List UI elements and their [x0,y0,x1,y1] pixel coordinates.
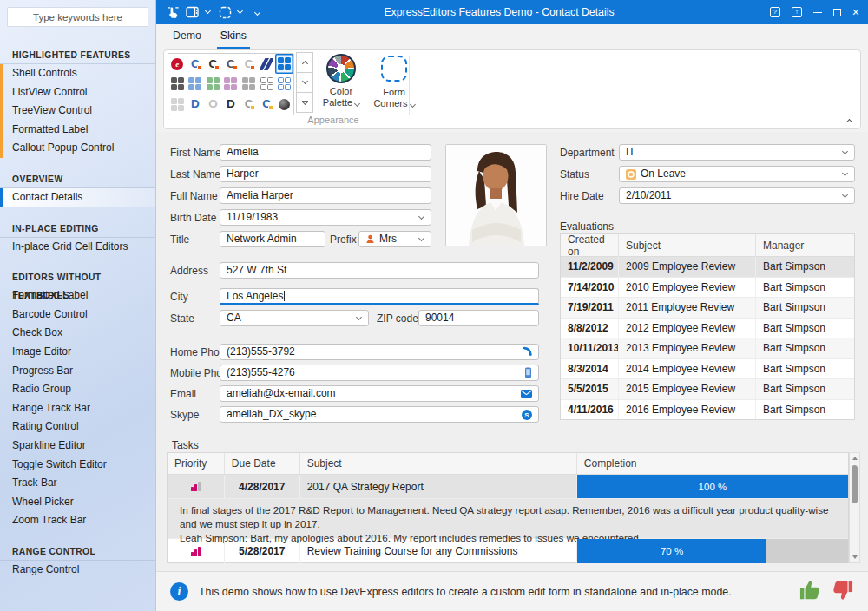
task-row[interactable]: 4/28/20172017 QA Strategy Report100 % [168,475,848,499]
gallery-scroll-up-icon[interactable] [296,52,313,73]
sidebar-item-contact-details[interactable]: Contact Details [0,188,155,207]
skin-2013-blue-icon[interactable]: D [187,95,205,115]
sidebar-item-sparkline-editor[interactable]: Sparkline Editor [0,437,155,456]
birth-date-combo[interactable]: 11/19/1983 [220,209,431,226]
address-field[interactable]: 527 W 7th St [220,262,539,279]
form-borders-dropdown-icon[interactable] [237,8,243,14]
skin-blue-icon[interactable] [187,74,205,94]
form-borders-icon[interactable] [219,6,232,19]
ribbon-panel: eCCCCDODCC Color Palette Form Corners Ap… [163,49,861,129]
zip-field[interactable]: 90014 [418,310,539,326]
sidebar-item-in-place-grid-cell-editors[interactable]: In-place Grid Cell Editors [0,238,155,257]
department-combo[interactable]: IT [619,144,855,161]
gallery-expand-icon[interactable] [296,92,313,113]
skin-office-blue-icon[interactable]: C [187,54,205,74]
skin-green-icon[interactable] [204,74,222,94]
scroll-up-icon[interactable] [850,453,859,463]
task-row[interactable]: 5/28/2017Review Training Course for any … [168,539,848,563]
skype-field[interactable]: ameliah_DX_skype S [220,406,539,423]
city-field[interactable]: Los Angeles [220,288,539,305]
gallery-scroll-down-icon[interactable] [296,72,313,93]
sidebar-item-wheel-picker[interactable]: Wheel Picker [0,493,155,512]
sidebar-item-check-box[interactable]: Check Box [0,324,155,343]
scrollbar-thumb[interactable] [852,465,858,503]
skin-office-dark-icon[interactable]: C [222,54,240,74]
full-name-field[interactable]: Amelia Harper [220,187,431,204]
sidebar-section-heading: IN-PLACE EDITING [0,220,155,238]
title-field[interactable]: Network Admin [220,231,326,247]
skin-metro-gray-icon[interactable]: C [240,95,258,115]
color-palette-button[interactable]: Color Palette [317,54,365,108]
sidebar-item-progress-bar[interactable]: Progress Bar [0,362,155,381]
ribbon-collapse-icon[interactable] [846,119,852,125]
screen-layout-icon[interactable] [186,6,200,18]
task-note: In final stages of the 2017 R&D Report t… [168,499,848,539]
skin-office-light-icon[interactable]: C [240,54,258,74]
touch-mode-icon[interactable] [167,6,180,19]
help-icon[interactable]: ? [770,7,780,17]
skin-2013-black-icon[interactable]: D [222,95,240,115]
sidebar-item-rating-control[interactable]: Rating Control [0,417,155,437]
sidebar-item-listview-control[interactable]: ListView Control [0,83,155,102]
sidebar-item-toggle-switch-editor[interactable]: Toggle Switch Editor [0,456,155,475]
tab-demo[interactable]: Demo [169,24,205,49]
first-name-field[interactable]: Amelia [220,144,431,161]
skin-pink-icon[interactable] [222,74,240,94]
skin-sharp-icon[interactable] [168,74,187,94]
form-corners-button[interactable]: Form Corners [369,54,419,109]
thumb-up-icon[interactable] [797,578,823,605]
skin-the-bezier-icon[interactable] [275,54,293,74]
evaluation-row[interactable]: 4/11/20162016 Employee ReviewBart Simpso… [561,400,854,420]
email-field[interactable]: ameliah@dx-email.com [220,385,539,402]
evaluation-row[interactable]: 10/11/20132013 Employee ReviewBart Simps… [561,338,854,359]
skin-2013-white-icon[interactable]: O [204,95,222,115]
thumb-down-icon[interactable] [830,578,856,605]
close-icon[interactable]: × [852,6,859,18]
sidebar-item-treeview-control[interactable]: TreeView Control [0,102,155,121]
home-phone-field[interactable]: (213)555-3792 [220,344,539,360]
last-name-field[interactable]: Harper [220,166,431,182]
sidebar-item-barcode-control[interactable]: Barcode Control [0,306,155,325]
skin-sphere-icon[interactable] [275,95,293,115]
mobile-phone-field[interactable]: (213)555-4276 [220,365,539,381]
screen-layout-dropdown-icon[interactable] [205,8,211,14]
prefix-combo[interactable]: Mrs [358,231,431,247]
status-combo[interactable]: On Leave [619,166,855,182]
search-input[interactable] [7,7,148,27]
evaluation-row[interactable]: 8/3/20142014 Employee ReviewBart Simpson [561,359,854,380]
sidebar-item-formatted-label[interactable]: Formatted Label [0,121,155,140]
hire-date-combo[interactable]: 2/10/2011 [619,187,855,204]
evaluation-row[interactable]: 5/5/20152015 Employee ReviewBart Simpson [561,379,854,400]
tab-skins[interactable]: Skins [217,24,250,49]
sidebar-item-image-editor[interactable]: Image Editor [0,343,155,362]
sidebar-item-shell-controls[interactable]: Shell Controls [0,64,155,83]
about-icon[interactable]: ↑ [792,7,802,17]
scrollbar-track[interactable] [850,463,859,552]
sidebar-item-track-bar[interactable]: Track Bar [0,474,155,493]
skin-visual-studio-icon[interactable] [258,54,276,74]
evaluation-row[interactable]: 7/19/20112011 Employee ReviewBart Simpso… [561,298,854,319]
skin-metro-blue-icon[interactable]: C [258,95,276,115]
maximize-icon[interactable] [833,9,841,16]
city-label: City [170,289,188,306]
skin-red-circle-icon[interactable]: e [168,54,187,74]
skin-office-black-icon[interactable]: C [204,54,222,74]
minimize-icon[interactable] [813,12,822,13]
sidebar-item-formatted-label[interactable]: Formatted Label [0,286,155,306]
evaluation-row[interactable]: 7/14/20102010 Employee ReviewBart Simpso… [561,278,854,299]
skin-gray-icon[interactable] [240,74,258,94]
skin-outline-icon[interactable] [258,74,276,94]
evaluation-row[interactable]: 8/8/20122012 Employee ReviewBart Simpson [561,319,854,339]
skin-outline-blue-icon[interactable] [275,74,293,94]
sidebar-item-radio-group[interactable]: Radio Group [0,380,155,399]
skin-faded-icon[interactable] [168,95,187,115]
sidebar-item-zoom-track-bar[interactable]: Zoom Track Bar [0,511,155,530]
state-combo[interactable]: CA [220,310,369,326]
task-completion-cell: 70 % [577,539,848,563]
evaluation-row[interactable]: 11/2/20092009 Employee ReviewBart Simpso… [561,257,854,278]
sidebar-item-range-control[interactable]: Range Control [0,561,155,580]
sidebar-item-range-track-bar[interactable]: Range Track Bar [0,399,155,418]
scroll-down-icon[interactable] [850,552,859,562]
sidebar-section-items: In-place Grid Cell Editors [0,238,155,257]
sidebar-item-callout-popup-control[interactable]: Callout Popup Control [0,139,155,158]
